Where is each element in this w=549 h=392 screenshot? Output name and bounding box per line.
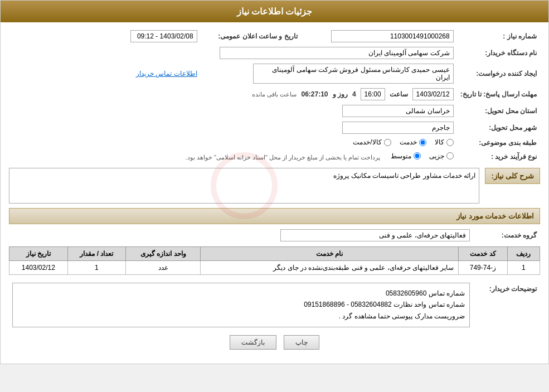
description-box: ارائه خدمات مشاور طراحی تاسیسات مکانیک پ…: [9, 168, 479, 204]
deadline-time: 16:00: [361, 88, 385, 100]
remaining-value: 06:27:10: [302, 90, 328, 98]
cell-quantity: 1: [67, 261, 126, 275]
service-group-table: گروه خدمت: فعالیتهای حرفه‌ای، علمی و فنی: [9, 227, 540, 244]
category-label: طبقه بندی موضوعی:: [457, 136, 540, 150]
notes-table: توضیحات خریدار: شماره تماس 05832605960 ش…: [9, 280, 540, 330]
contact-info-link[interactable]: اطلاعات تماس خریدار: [136, 70, 197, 78]
province-value: خراسان شمالی: [342, 105, 454, 117]
purchase-type-label: نوع فرآیند خرید :: [457, 150, 540, 164]
category-radio-kala-khedmat[interactable]: [384, 139, 391, 146]
city-label: شهر محل تحویل:: [457, 119, 540, 136]
category-option-kala: کالا: [435, 138, 454, 146]
purchase-radio-group: جزیی متوسط: [391, 152, 454, 160]
category-option-kala-khedmat: کالا/خدمت: [353, 138, 391, 146]
announcement-label: تاریخ و ساعت اعلان عمومی:: [201, 28, 301, 45]
purchase-radio-jozi[interactable]: [446, 152, 454, 159]
buyer-name-value: شرکت سهامی آلومینای ایران: [220, 47, 454, 59]
purchase-option-motavasset: متوسط: [391, 152, 421, 160]
cell-code: ز-74-749: [459, 261, 507, 275]
cell-name: سایر فعالیتهای حرفه‌ای، علمی و فنی طبقه‌…: [201, 261, 459, 275]
col-header-qty: تعداد / مقدار: [67, 247, 126, 261]
tender-number-value: 1103001491000268: [331, 30, 454, 42]
notes-line3: ضروریست مدارک پیوستی حتما مشاهده گرد .: [17, 311, 465, 322]
time-label: ساعت: [390, 90, 408, 98]
description-value: ارائه خدمات مشاور طراحی تاسیسات مکانیک پ…: [333, 172, 475, 180]
service-group-value: فعالیتهای حرفه‌ای، علمی و فنی: [280, 229, 470, 241]
page-header: جزئیات اطلاعات نیاز: [1, 1, 548, 22]
purchase-label-motavasset: متوسط: [391, 152, 411, 160]
col-header-date: تاریخ نیاز: [9, 247, 68, 261]
city-value: جاجرم: [342, 122, 454, 134]
tender-number-label: شماره نیاز :: [457, 28, 540, 45]
days-label: روز و: [333, 90, 348, 98]
cell-row: 1: [507, 261, 540, 275]
purchase-option-jozi: جزیی: [429, 152, 454, 160]
province-label: استان محل تحویل:: [457, 103, 540, 119]
button-row: چاپ بازگشت: [9, 330, 540, 358]
category-radio-group: کالا خدمت کالا/خدمت: [353, 138, 453, 146]
buyer-name-label: نام دستگاه خریدار:: [457, 45, 540, 61]
purchase-radio-motavasset[interactable]: [414, 152, 421, 159]
requester-value: عیسی حمیدی کارشناس مسئول فروش شرکت سهامی…: [253, 64, 454, 84]
services-table: ردیف کد خدمت نام خدمت واحد اندازه گیری ت…: [9, 246, 540, 275]
notes-box: شماره تماس 05832605960 شماره تماس واحد ن…: [12, 283, 470, 327]
deadline-label: مهلت ارسال پاسخ: تا تاریخ:: [457, 86, 540, 103]
remaining-label: ساعت باقی مانده: [252, 91, 297, 98]
services-section-title: اطلاعات خدمات مورد نیاز: [9, 208, 540, 224]
purchase-note: پرداخت تمام یا بخشی از مبلغ خریدار از مح…: [186, 154, 381, 161]
description-label: شرح کلی نیاز:: [485, 168, 540, 184]
header-title: جزئیات اطلاعات نیاز: [237, 7, 313, 16]
category-option-khedmat: خدمت: [400, 138, 426, 146]
days-value: 4: [352, 90, 356, 98]
description-section: شرح کلی نیاز: ارائه خدمات مشاور طراحی تا…: [9, 168, 540, 204]
category-label-khedmat: خدمت: [400, 138, 417, 146]
table-row: 1 ز-74-749 سایر فعالیتهای حرفه‌ای، علمی …: [9, 261, 540, 275]
notes-line2: شماره تماس واحد نظارت 05832604882 - 0915…: [17, 299, 465, 310]
cell-unit: عدد: [126, 261, 201, 275]
service-group-label: گروه خدمت:: [473, 227, 540, 244]
requester-label: ایجاد کننده درخواست:: [457, 61, 540, 86]
cell-date: 1403/02/12: [9, 261, 68, 275]
category-radio-kala[interactable]: [446, 139, 454, 146]
print-button[interactable]: چاپ: [284, 335, 319, 350]
buyer-notes-label: توضیحات خریدار:: [473, 280, 540, 330]
category-label-kala: کالا: [435, 138, 444, 146]
back-button[interactable]: بازگشت: [230, 335, 276, 350]
notes-line1: شماره تماس 05832605960: [17, 288, 465, 299]
col-header-name: نام خدمت: [201, 247, 459, 261]
description-inner: ارائه خدمات مشاور طراحی تاسیسات مکانیک پ…: [13, 172, 475, 200]
content-area: شماره نیاز : 1103001491000268 تاریخ و سا…: [1, 22, 548, 364]
info-table: شماره نیاز : 1103001491000268 تاریخ و سا…: [9, 28, 540, 163]
category-radio-khedmat[interactable]: [419, 139, 426, 146]
announcement-value: 1403/02/08 - 09:12: [130, 30, 197, 42]
deadline-row: 1403/02/12 ساعت 16:00 4 روز و 06:27:10 س…: [12, 88, 454, 100]
category-label-kala-khedmat: کالا/خدمت: [353, 138, 381, 146]
purchase-label-jozi: جزیی: [429, 152, 444, 160]
deadline-date: 1403/02/12: [412, 88, 454, 100]
col-header-row: ردیف: [507, 247, 540, 261]
col-header-code: کد خدمت: [459, 247, 507, 261]
page-wrapper: جزئیات اطلاعات نیاز شماره نیاز : 1103001…: [0, 0, 549, 364]
col-header-unit: واحد اندازه گیری: [126, 247, 201, 261]
